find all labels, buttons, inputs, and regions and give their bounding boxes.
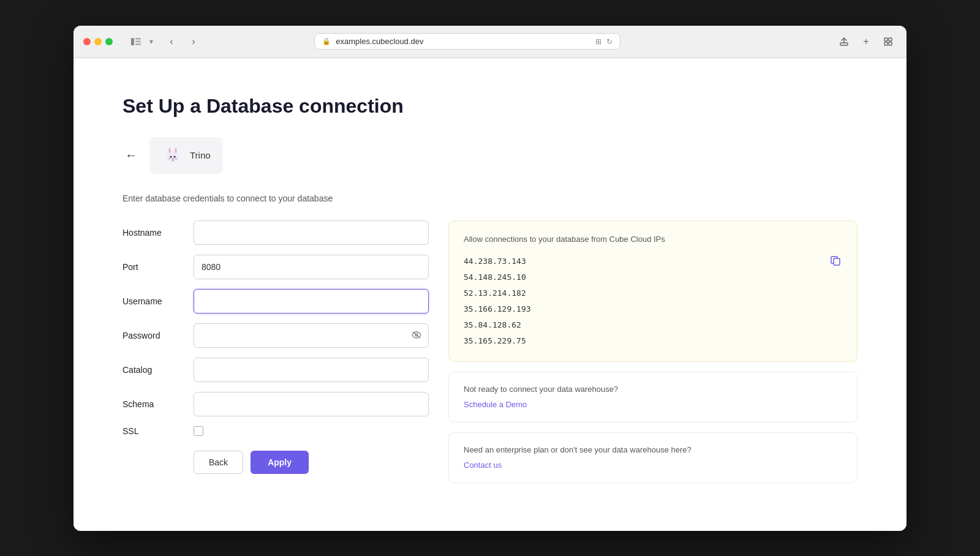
apply-button[interactable]: Apply [251, 451, 309, 474]
svg-rect-0 [131, 38, 134, 45]
db-back-button[interactable]: ← [123, 146, 140, 165]
list-item: 44.238.73.143 [464, 254, 531, 269]
ip-card: Allow connections to your database from … [448, 220, 858, 363]
svg-point-16 [172, 158, 173, 159]
hostname-row: Hostname [123, 220, 429, 245]
schema-label: Schema [123, 399, 184, 409]
db-name: Trino [190, 150, 211, 160]
chevron-down-icon: ▾ [149, 37, 153, 46]
share-button[interactable] [835, 33, 853, 50]
svg-rect-7 [884, 42, 888, 45]
port-input[interactable] [194, 255, 429, 279]
port-row: Port [123, 255, 429, 279]
ip-list-wrapper: 44.238.73.14354.148.245.1052.13.214.1823… [464, 254, 842, 349]
form-section: Hostname Port Username Password [123, 220, 429, 474]
sidebar-toggle-button[interactable] [127, 33, 145, 50]
address-bar[interactable]: 🔒 examples.cubecloud.dev ⊞ ↻ [314, 33, 620, 50]
back-button[interactable]: Back [194, 451, 243, 474]
enterprise-card: Need an enterprise plan or don't see you… [448, 432, 858, 483]
db-badge: Trino [149, 137, 223, 174]
reader-mode-icon: ⊞ [595, 37, 601, 46]
svg-rect-8 [889, 42, 892, 45]
password-input[interactable] [194, 323, 429, 348]
list-item: 52.13.214.182 [464, 285, 531, 301]
hostname-input[interactable] [194, 220, 429, 245]
username-row: Username [123, 289, 429, 314]
ssl-label: SSL [123, 426, 184, 436]
port-label: Port [123, 262, 184, 272]
svg-rect-4 [840, 43, 848, 45]
trino-logo-icon [162, 145, 184, 167]
nav-controls: ‹ › [163, 33, 202, 50]
show-password-icon[interactable] [412, 331, 421, 340]
ip-card-title: Allow connections to your database from … [464, 233, 842, 246]
svg-point-15 [174, 156, 176, 157]
svg-rect-23 [834, 258, 840, 265]
tab-overview-button[interactable] [880, 33, 897, 50]
enterprise-card-text: Need an enterprise plan or don't see you… [464, 445, 842, 454]
forward-nav-button[interactable]: › [185, 33, 202, 50]
demo-card-text: Not ready to connect your data warehouse… [464, 385, 842, 394]
svg-rect-6 [889, 38, 892, 41]
ssl-checkbox[interactable] [194, 426, 203, 436]
db-selector: ← [123, 137, 858, 174]
page-title: Set Up a Database connection [123, 95, 858, 118]
close-traffic-light[interactable] [83, 38, 91, 45]
username-label: Username [123, 296, 184, 306]
lock-icon: 🔒 [322, 37, 331, 45]
password-wrapper [194, 323, 429, 348]
browser-actions: + [835, 33, 897, 50]
maximize-traffic-light[interactable] [105, 38, 113, 45]
copy-ips-button[interactable] [829, 254, 842, 270]
password-label: Password [123, 331, 184, 340]
form-description: Enter database credentials to connect to… [123, 193, 858, 203]
username-input[interactable] [194, 289, 429, 314]
schema-row: Schema [123, 392, 429, 416]
contact-us-link[interactable]: Contact us [464, 460, 502, 470]
button-row: Back Apply [123, 451, 429, 474]
url-display: examples.cubecloud.dev [336, 37, 423, 46]
ssl-row: SSL [123, 426, 429, 436]
svg-rect-3 [135, 43, 141, 45]
info-section: Allow connections to your database from … [448, 220, 858, 484]
browser-window: ▾ ‹ › 🔒 examples.cubecloud.dev ⊞ ↻ + [74, 26, 907, 531]
browser-chrome: ▾ ‹ › 🔒 examples.cubecloud.dev ⊞ ↻ + [74, 26, 907, 58]
refresh-icon[interactable]: ↻ [606, 37, 612, 46]
window-controls: ▾ [127, 33, 153, 50]
page-content: Set Up a Database connection ← [74, 58, 907, 531]
password-row: Password [123, 323, 429, 348]
schedule-demo-link[interactable]: Schedule a Demo [464, 400, 527, 409]
svg-point-12 [169, 148, 171, 153]
demo-card: Not ready to connect your data warehouse… [448, 372, 858, 423]
form-and-info: Hostname Port Username Password [123, 220, 858, 484]
list-item: 35.166.129.193 [464, 301, 531, 317]
new-tab-button[interactable]: + [858, 33, 875, 50]
catalog-input[interactable] [194, 358, 429, 382]
list-item: 54.148.245.10 [464, 269, 531, 285]
schema-input[interactable] [194, 392, 429, 416]
svg-rect-2 [135, 40, 141, 42]
ip-list: 44.238.73.14354.148.245.1052.13.214.1823… [464, 254, 531, 349]
catalog-row: Catalog [123, 358, 429, 382]
back-nav-button[interactable]: ‹ [163, 33, 180, 50]
traffic-lights [83, 38, 113, 45]
minimize-traffic-light[interactable] [94, 38, 102, 45]
svg-point-14 [170, 156, 172, 157]
svg-point-13 [175, 148, 177, 153]
svg-rect-5 [884, 38, 888, 41]
svg-rect-1 [135, 38, 141, 40]
catalog-label: Catalog [123, 365, 184, 375]
hostname-label: Hostname [123, 228, 184, 238]
list-item: 35.84.128.62 [464, 317, 531, 333]
list-item: 35.165.229.75 [464, 333, 531, 349]
